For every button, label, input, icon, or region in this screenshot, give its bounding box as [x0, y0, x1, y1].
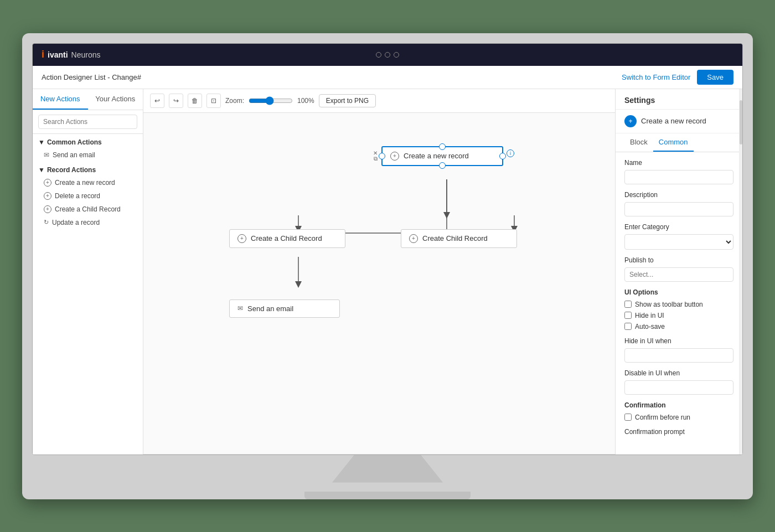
node1-handle-left[interactable]	[379, 153, 385, 159]
hide-ui-checkbox[interactable]	[624, 312, 632, 319]
node-create-child-record-right[interactable]: + Create Child Record	[401, 229, 517, 248]
hide-when-label: Hide in UI when	[624, 337, 733, 345]
description-label: Description	[624, 191, 733, 199]
node3-label: Create Child Record	[422, 234, 488, 242]
node4-label: Send an email	[247, 304, 293, 313]
zoom-slider[interactable]	[249, 96, 293, 105]
node-create-child-record-left[interactable]: + Create a Child Record	[229, 229, 345, 248]
dot2	[385, 52, 390, 58]
show-toolbar-label: Show as toolbar button	[635, 301, 703, 308]
logo-icon: i	[42, 49, 44, 60]
ui-options-title: UI Options	[624, 288, 733, 296]
category-label: Enter Category	[624, 223, 733, 231]
sidebar-item-create-new-record[interactable]: Create a new record	[33, 176, 143, 189]
auto-save-label: Auto-save	[635, 323, 665, 330]
node1-handle-right[interactable]	[499, 153, 506, 159]
email-icon: ✉	[44, 151, 49, 159]
create-record-icon	[44, 179, 51, 187]
node-send-email[interactable]: ✉ Send an email	[229, 299, 340, 318]
disable-when-input[interactable]	[624, 380, 733, 395]
node4-icon: ✉	[237, 304, 243, 312]
zoom-label: Zoom:	[225, 97, 244, 105]
node2-icon: +	[237, 234, 246, 243]
undo-button[interactable]: ↩	[150, 94, 164, 108]
canvas-scrollbar[interactable]	[143, 454, 615, 454]
dot1	[376, 52, 381, 58]
sidebar: New Actions Your Actions ▼ Common Action…	[33, 89, 143, 454]
app-name: ivanti	[48, 50, 68, 59]
tab-block[interactable]: Block	[624, 133, 653, 152]
name-input[interactable]	[624, 170, 733, 184]
dot3	[394, 52, 399, 58]
export-png-button[interactable]: Export to PNG	[319, 94, 376, 107]
window-controls	[376, 52, 399, 58]
record-actions-title: ▼ Record Actions	[33, 162, 143, 176]
canvas-area: ↩ ↪ 🗑 ⊡ Zoom: 100% Export to PNG	[143, 89, 615, 454]
tab-new-actions[interactable]: New Actions	[33, 89, 88, 110]
settings-header: Settings	[616, 89, 742, 110]
tab-common[interactable]: Common	[653, 133, 694, 152]
node1-info-btn[interactable]: i	[507, 149, 514, 157]
settings-node-label: Create a new record	[641, 117, 706, 125]
disable-when-label: Disable in UI when	[624, 369, 733, 377]
category-select[interactable]	[624, 234, 733, 250]
app-subtitle: Neurons	[71, 50, 101, 59]
redo-button[interactable]: ↪	[169, 94, 183, 108]
node1-icon: +	[390, 152, 399, 161]
hide-when-input[interactable]	[624, 348, 733, 363]
publish-label: Publish to	[624, 256, 733, 264]
sidebar-item-update-record[interactable]: ↻ Update a record	[33, 216, 143, 229]
flow-inner: ✕ ⧉ i + Create a new record + Create a C…	[143, 113, 615, 417]
node2-label: Create a Child Record	[251, 234, 322, 242]
settings-node-icon: +	[624, 115, 637, 127]
switch-to-form-editor-button[interactable]: Switch to Form Editor	[622, 73, 690, 81]
auto-save-checkbox[interactable]	[624, 323, 632, 330]
node1-handle-bottom[interactable]	[439, 162, 446, 169]
description-input[interactable]	[624, 202, 733, 216]
common-actions-title: ▼ Common Actions	[33, 134, 143, 148]
zoom-value: 100%	[297, 97, 314, 105]
confirmation-prompt-label: Confirmation prompt	[624, 428, 733, 436]
confirm-before-run-checkbox[interactable]	[624, 414, 632, 421]
publish-input[interactable]	[624, 267, 733, 282]
show-toolbar-checkbox[interactable]	[624, 301, 632, 308]
breadcrumb: Action Designer List - Change#	[42, 73, 141, 81]
node1-label: Create a new record	[404, 152, 469, 160]
fit-button[interactable]: ⊡	[206, 94, 221, 108]
delete-button[interactable]: 🗑	[188, 94, 202, 108]
hide-ui-label: Hide in UI	[635, 312, 664, 319]
node1-copy-btn[interactable]: ⧉	[371, 155, 379, 163]
node1-handle-top[interactable]	[439, 143, 446, 150]
child-record-icon	[44, 205, 51, 213]
sidebar-item-send-email[interactable]: ✉ Send an email	[33, 148, 143, 162]
node3-icon: +	[409, 234, 418, 243]
search-input[interactable]	[38, 115, 137, 129]
connector-svg	[143, 113, 615, 417]
confirm-before-run-label: Confirm before run	[635, 414, 690, 421]
node-create-new-record[interactable]: ✕ ⧉ i + Create a new record	[381, 146, 503, 166]
name-label: Name	[624, 159, 733, 167]
sidebar-item-create-child-record[interactable]: Create a Child Record	[33, 203, 143, 216]
flow-canvas[interactable]: ✕ ⧉ i + Create a new record + Create a C…	[143, 113, 615, 454]
refresh-icon: ↻	[44, 219, 49, 226]
right-panel: Settings + Create a new record Block Com…	[615, 89, 742, 454]
confirmation-title: Confirmation	[624, 401, 733, 409]
tab-your-actions[interactable]: Your Actions	[88, 89, 143, 110]
sidebar-item-delete-record[interactable]: Delete a record	[33, 189, 143, 203]
save-button[interactable]: Save	[697, 70, 733, 85]
app-logo: i ivanti Neurons	[42, 49, 101, 60]
delete-record-icon	[44, 192, 51, 200]
